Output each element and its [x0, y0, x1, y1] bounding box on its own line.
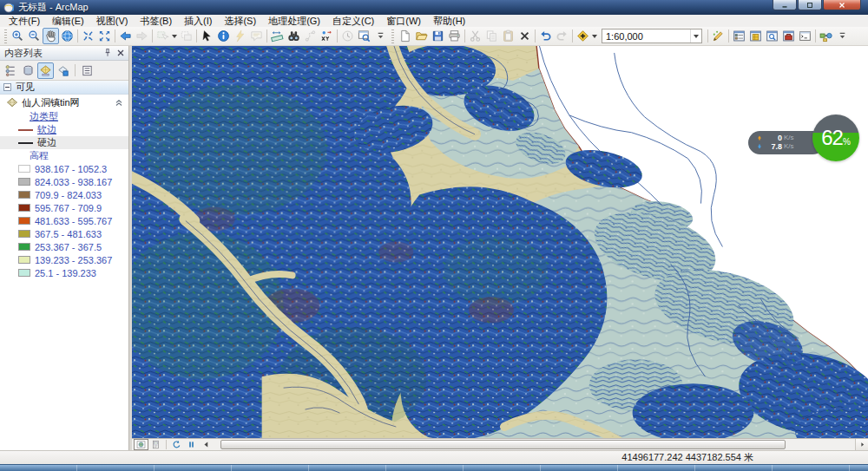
open-button[interactable]	[413, 28, 430, 44]
toc-pin-button[interactable]	[101, 47, 114, 60]
chevron-down-icon[interactable]	[690, 29, 701, 43]
legend-item[interactable]: 253.367 - 367.5	[0, 240, 128, 253]
fill-swatch[interactable]	[18, 256, 30, 264]
boost-percent-ball[interactable]: 62 %	[812, 114, 859, 161]
toolbar-separator	[337, 29, 338, 43]
collapse-chevron-icon[interactable]	[113, 96, 125, 108]
catalog-window-button[interactable]	[747, 28, 764, 44]
python-window-button[interactable]	[797, 28, 813, 44]
fill-swatch[interactable]	[18, 165, 30, 173]
search-window-button[interactable]	[764, 28, 780, 44]
select-features-button	[155, 28, 171, 44]
new-document-button[interactable]	[397, 28, 413, 44]
scroll-right-button[interactable]	[855, 439, 868, 450]
menu-item-6[interactable]: 选择(S)	[218, 15, 262, 27]
full-extent-button[interactable]	[59, 28, 76, 44]
legend-item[interactable]: 481.633 - 595.767	[0, 214, 128, 227]
list-visibility-button[interactable]	[37, 62, 54, 79]
zoom-in-button[interactable]	[10, 28, 26, 44]
fixed-zoom-out-button[interactable]	[96, 28, 113, 44]
prev-extent-button[interactable]	[199, 439, 214, 450]
legend-heading[interactable]: 边类型	[0, 110, 128, 123]
viewer-window-button[interactable]	[356, 28, 372, 44]
editor-sketch-button[interactable]	[710, 28, 727, 44]
fill-swatch[interactable]	[18, 204, 30, 212]
legend-item[interactable]: 25.1 - 139.233	[0, 266, 128, 279]
minimize-button[interactable]	[773, 0, 797, 10]
add-data-button[interactable]	[575, 28, 591, 44]
menu-item-2[interactable]: 编辑(E)	[46, 15, 90, 27]
menu-item-3[interactable]: 视图(V)	[90, 15, 135, 27]
save-button[interactable]	[430, 28, 446, 44]
legend-item[interactable]: 139.233 - 253.367	[0, 253, 128, 266]
fill-swatch[interactable]	[18, 269, 30, 277]
undo-button[interactable]	[537, 28, 554, 44]
overflow-button[interactable]	[372, 28, 389, 44]
fixed-zoom-in-button[interactable]	[80, 28, 96, 44]
fill-swatch[interactable]	[18, 178, 30, 186]
map-scale-combo[interactable]: 1:60,000	[602, 29, 702, 43]
toolbox-window-button[interactable]	[780, 28, 797, 44]
line-swatch[interactable]	[18, 129, 33, 131]
legend-item-label: 软边	[37, 123, 56, 136]
zoom-out-button[interactable]	[26, 28, 43, 44]
layer-row-tin[interactable]: 仙人洞镇tin网	[0, 95, 128, 110]
list-drawing-order-button[interactable]	[3, 62, 19, 79]
menu-item-10[interactable]: 帮助(H)	[427, 15, 471, 27]
legend-item[interactable]: 硬边	[0, 136, 128, 149]
identify-button[interactable]	[215, 28, 232, 44]
select-elements-button[interactable]	[199, 28, 215, 44]
delete-button[interactable]	[516, 28, 533, 44]
scrollbar-thumb[interactable]	[220, 440, 786, 449]
fill-swatch[interactable]	[18, 191, 30, 199]
identify-icon	[217, 29, 230, 43]
toc-options-button[interactable]	[79, 62, 95, 79]
list-selection-button[interactable]	[55, 62, 71, 79]
print-button[interactable]	[446, 28, 463, 44]
fill-swatch[interactable]	[18, 217, 30, 225]
legend-item[interactable]: 709.9 - 824.033	[0, 188, 128, 201]
toc-window-button[interactable]	[731, 28, 747, 44]
toc-group-visible[interactable]: 可见	[0, 81, 128, 95]
line-swatch[interactable]	[18, 142, 33, 144]
close-button[interactable]	[823, 0, 861, 10]
toolbar-drag-handle[interactable]	[391, 29, 394, 43]
back-button[interactable]	[117, 28, 134, 44]
menu-item-1[interactable]: 文件(F)	[3, 15, 46, 27]
map-canvas[interactable]: 0 K/s 7.8 K/s 62 %	[132, 46, 868, 438]
legend-heading[interactable]: 高程	[0, 149, 128, 162]
legend-item[interactable]: 367.5 - 481.633	[0, 227, 128, 240]
legend-item[interactable]: 824.033 - 938.167	[0, 175, 128, 188]
pan-button[interactable]	[43, 28, 59, 44]
go-to-xy-button[interactable]	[319, 28, 335, 44]
toolbar-drag-handle[interactable]	[4, 29, 7, 43]
fill-swatch[interactable]	[18, 230, 30, 238]
menu-item-5[interactable]: 插入(I)	[178, 15, 218, 27]
data-view-button[interactable]	[134, 439, 148, 450]
toolbar-separator	[266, 29, 267, 43]
maximize-button[interactable]	[798, 0, 822, 10]
legend-item[interactable]: 938.167 - 1052.3	[0, 162, 128, 175]
map-scale-value[interactable]: 1:60,000	[602, 31, 690, 42]
list-source-button[interactable]	[20, 62, 36, 79]
collapse-box-icon[interactable]	[3, 83, 11, 91]
layout-view-button[interactable]	[148, 439, 163, 450]
horizontal-scrollbar[interactable]	[219, 439, 868, 450]
model-builder-button[interactable]	[818, 28, 834, 44]
menu-item-7[interactable]: 地理处理(G)	[262, 15, 326, 27]
measure-button[interactable]	[269, 28, 286, 44]
overflow-button[interactable]	[834, 28, 851, 44]
legend-item[interactable]: 软边	[0, 123, 128, 136]
refresh-button[interactable]	[169, 439, 184, 450]
legend-item[interactable]: 595.767 - 709.9	[0, 201, 128, 214]
pause-button[interactable]	[184, 439, 199, 450]
menu-item-9[interactable]: 窗口(W)	[380, 15, 427, 27]
menu-item-8[interactable]: 自定义(C)	[326, 15, 380, 27]
fill-swatch[interactable]	[18, 243, 30, 251]
menu-item-4[interactable]: 书签(B)	[134, 15, 178, 27]
add-data-dropdown-arrow[interactable]	[591, 28, 598, 44]
speed-overlay[interactable]: 0 K/s 7.8 K/s 62 %	[748, 114, 859, 161]
find-button[interactable]	[286, 28, 302, 44]
toc-close-button[interactable]	[114, 47, 127, 60]
close-icon	[115, 48, 126, 58]
